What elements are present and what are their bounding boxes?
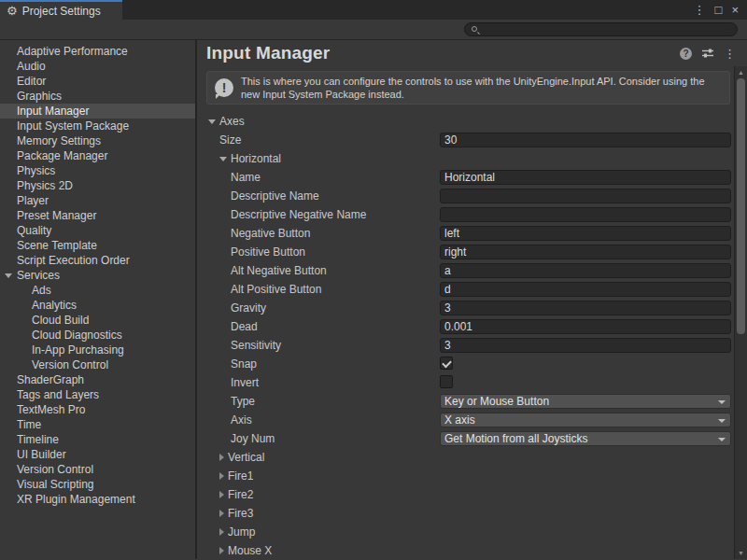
property-value-area: Horizontal <box>440 170 731 185</box>
sidebar-item-cloud-build[interactable]: Cloud Build <box>0 313 195 328</box>
foldout-closed-icon[interactable] <box>219 510 224 517</box>
property-value-area <box>440 357 731 371</box>
sidebar-item-memory-settings[interactable]: Memory Settings <box>0 133 195 148</box>
sidebar-item-scene-template[interactable]: Scene Template <box>0 238 195 253</box>
sidebar-item-label: Preset Manager <box>17 209 96 222</box>
sidebar-item-cloud-diagnostics[interactable]: Cloud Diagnostics <box>0 328 195 343</box>
foldout-closed-icon[interactable] <box>219 454 224 461</box>
joy-num-dropdown[interactable]: Get Motion from all Joysticks <box>440 431 731 446</box>
scrollbar-thumb[interactable] <box>737 78 745 334</box>
sidebar-item-in-app-purchasing[interactable]: In-App Purchasing <box>0 343 195 357</box>
sidebar-item-graphics[interactable]: Graphics <box>0 89 195 104</box>
property-label-text: Snap <box>231 357 257 371</box>
panel-menu-icon[interactable]: ⋮ <box>724 48 736 60</box>
sidebar-item-textmesh-pro[interactable]: TextMesh Pro <box>0 402 195 417</box>
sidebar-item-quality[interactable]: Quality <box>0 223 195 238</box>
alt-negative-button-field[interactable]: a <box>440 263 731 278</box>
property-row-positive-button: Positive Buttonright <box>197 243 734 261</box>
sidebar-item-services[interactable]: Services <box>0 268 195 283</box>
property-label[interactable]: Jump <box>197 525 255 539</box>
property-label[interactable]: Vertical <box>197 451 264 464</box>
snap-checkbox[interactable] <box>440 357 453 370</box>
dead-field[interactable]: 0.001 <box>440 319 731 334</box>
property-label-text: Alt Positive Button <box>231 283 321 296</box>
property-label: Positive Button <box>197 245 305 259</box>
maximize-icon[interactable]: □ <box>715 4 723 16</box>
sidebar-item-adaptive-performance[interactable]: Adaptive Performance <box>0 44 195 59</box>
property-label: Type <box>197 395 255 408</box>
positive-button-field[interactable]: right <box>440 245 731 259</box>
vertical-scrollbar[interactable]: ▲ ▼ <box>734 66 747 559</box>
type-dropdown[interactable]: Key or Mouse Button <box>440 394 731 409</box>
sidebar-item-analytics[interactable]: Analytics <box>0 298 195 313</box>
property-row-descriptive-negative-name: Descriptive Negative Name <box>197 205 734 224</box>
chevron-down-icon <box>718 438 726 441</box>
tab-project-settings[interactable]: ⚙ Project Settings <box>0 0 122 20</box>
search-box[interactable] <box>464 22 738 36</box>
help-icon[interactable]: ? <box>680 48 692 60</box>
foldout-open-icon[interactable] <box>208 119 216 124</box>
sidebar-item-label: Visual Scripting <box>17 478 94 491</box>
sidebar-item-package-manager[interactable]: Package Manager <box>0 148 195 163</box>
foldout-closed-icon[interactable] <box>219 491 224 498</box>
foldout-closed-icon[interactable] <box>219 528 224 536</box>
preset-icon[interactable] <box>701 47 714 60</box>
property-label: Gravity <box>197 301 266 315</box>
sidebar-item-physics-2d[interactable]: Physics 2D <box>0 178 195 193</box>
sidebar-item-shadergraph[interactable]: ShaderGraph <box>0 372 195 387</box>
property-label[interactable]: Fire3 <box>197 507 253 520</box>
axis-dropdown[interactable]: X axis <box>440 413 731 427</box>
sidebar-item-input-system-package[interactable]: Input System Package <box>0 119 195 133</box>
sidebar-item-editor[interactable]: Editor <box>0 74 195 89</box>
descriptive-name-field[interactable] <box>440 189 731 203</box>
property-label: Alt Negative Button <box>197 264 327 277</box>
gravity-field[interactable]: 3 <box>440 301 731 315</box>
sidebar-item-script-execution-order[interactable]: Script Execution Order <box>0 253 195 268</box>
descriptive-negative-name-field[interactable] <box>440 207 731 222</box>
sensitivity-field[interactable]: 3 <box>440 338 731 353</box>
property-label-text: Joy Num <box>231 432 275 445</box>
property-label[interactable]: Fire2 <box>197 488 253 501</box>
sidebar-item-input-manager[interactable]: Input Manager <box>0 104 195 119</box>
sidebar-item-ads[interactable]: Ads <box>0 283 195 298</box>
property-label[interactable]: Horizontal <box>197 152 281 165</box>
property-row-alt-negative-button: Alt Negative Buttona <box>197 261 734 280</box>
property-label: Invert <box>197 376 259 389</box>
sidebar-item-audio[interactable]: Audio <box>0 59 195 74</box>
window-menu-icon[interactable]: ⋮ <box>694 4 706 16</box>
close-icon[interactable]: × <box>731 4 739 16</box>
property-label[interactable]: Mouse X <box>197 544 272 557</box>
search-input[interactable] <box>482 23 729 35</box>
property-label[interactable]: Axes <box>197 115 245 128</box>
foldout-closed-icon[interactable] <box>219 472 224 480</box>
sidebar-item-player[interactable]: Player <box>0 193 195 208</box>
property-label: Joy Num <box>197 432 275 445</box>
sidebar-item-physics[interactable]: Physics <box>0 163 195 178</box>
foldout-open-icon[interactable] <box>5 273 12 278</box>
info-icon: ! <box>215 78 233 97</box>
property-label[interactable]: Fire1 <box>197 469 253 483</box>
sidebar-item-xr-plugin-management[interactable]: XR Plugin Management <box>0 492 195 507</box>
gear-icon: ⚙ <box>7 5 18 17</box>
size-field[interactable]: 30 <box>440 133 731 147</box>
sidebar-item-timeline[interactable]: Timeline <box>0 432 195 447</box>
foldout-open-icon[interactable] <box>219 157 227 161</box>
scroll-up-icon[interactable]: ▲ <box>735 69 747 76</box>
property-label-text: Vertical <box>228 451 264 464</box>
sidebar-item-time[interactable]: Time <box>0 417 195 432</box>
sidebar-item-visual-scripting[interactable]: Visual Scripting <box>0 477 195 492</box>
invert-checkbox[interactable] <box>440 375 453 388</box>
sidebar-item-tags-and-layers[interactable]: Tags and Layers <box>0 387 195 402</box>
foldout-closed-icon[interactable] <box>219 547 224 554</box>
sidebar-item-ui-builder[interactable]: UI Builder <box>0 447 195 462</box>
negative-button-field[interactable]: left <box>440 226 731 241</box>
property-value-area: right <box>440 245 731 259</box>
alt-positive-button-field[interactable]: d <box>440 282 731 297</box>
sidebar-item-label: XR Plugin Management <box>17 493 135 506</box>
scroll-down-icon[interactable]: ▼ <box>735 550 747 556</box>
name-field[interactable]: Horizontal <box>440 170 731 185</box>
sidebar-item-version-control[interactable]: Version Control <box>0 357 195 372</box>
sidebar-item-version-control[interactable]: Version Control <box>0 462 195 477</box>
sidebar-item-label: Player <box>17 194 49 207</box>
sidebar-item-preset-manager[interactable]: Preset Manager <box>0 208 195 223</box>
